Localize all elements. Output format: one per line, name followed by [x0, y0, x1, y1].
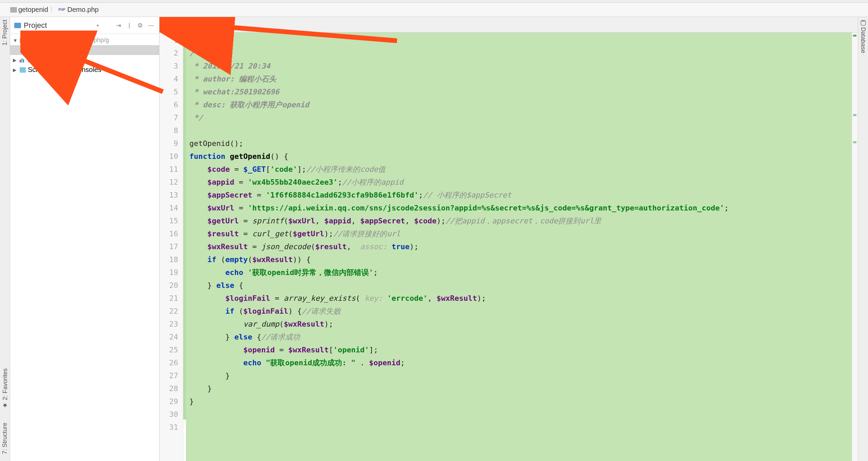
code-editor[interactable]: <?php /** * 2019/9/21 20:34 * author: 编程…: [186, 33, 852, 461]
project-panel: Project ▾ ⇥ | ⚙ — ▼ getopenid ~/Desktop/…: [10, 17, 159, 461]
breadcrumb: getopenid 〉 PHP Demo.php: [0, 3, 868, 17]
project-tree: ▼ getopenid ~/Desktop/php/g PHP Demo.php…: [10, 34, 159, 461]
tool-project-tab[interactable]: 1: Project: [1, 20, 8, 45]
divider-icon: |: [125, 21, 133, 30]
tab-demo-php[interactable]: PHP Demo.php ×: [159, 17, 218, 33]
tree-external-libs[interactable]: ▶ External Libraries: [10, 55, 159, 65]
collapse-icon[interactable]: ⇥: [114, 21, 122, 30]
change-marker-bar: [183, 33, 186, 461]
breadcrumb-root[interactable]: getopenid: [18, 6, 48, 14]
libraries-icon: [20, 58, 26, 62]
breadcrumb-separator: 〉: [50, 5, 56, 14]
folder-icon: [10, 7, 17, 13]
top-toolbar-strip: [0, 0, 868, 3]
tree-scratches-label: Scratches and Consoles: [28, 66, 101, 74]
tree-scratches[interactable]: ▶ Scratches and Consoles: [10, 65, 159, 75]
tree-root-path: ~/Desktop/php/g: [64, 37, 109, 44]
project-panel-title[interactable]: Project: [24, 21, 94, 30]
scratch-icon: [20, 67, 26, 73]
folder-icon: [14, 23, 21, 28]
tree-file-label: Demo.php: [40, 46, 71, 54]
tab-label: Demo.php: [175, 20, 206, 28]
database-icon: [860, 20, 866, 26]
tool-database-tab[interactable]: Database: [860, 27, 867, 53]
gear-icon[interactable]: ⚙: [136, 21, 144, 30]
breadcrumb-file[interactable]: Demo.php: [67, 6, 98, 14]
tree-external-libs-label: External Libraries: [28, 56, 81, 64]
close-icon[interactable]: ×: [209, 21, 212, 27]
php-icon: PHP: [165, 22, 172, 26]
php-icon: PHP: [31, 48, 38, 52]
tree-root[interactable]: ▼ getopenid ~/Desktop/php/g: [10, 35, 159, 45]
chevron-right-icon[interactable]: ▶: [13, 67, 18, 73]
hide-icon[interactable]: —: [147, 21, 155, 30]
folder-icon: [20, 38, 26, 43]
editor-area: PHP Demo.php × 1234567891011121314151617…: [159, 17, 858, 461]
tool-structure-tab[interactable]: 7: Structure: [1, 423, 8, 454]
error-stripe[interactable]: [852, 33, 858, 461]
svg-point-2: [861, 20, 866, 22]
tab-bar: PHP Demo.php ×: [159, 17, 858, 33]
chevron-right-icon[interactable]: ▶: [13, 57, 18, 63]
project-panel-header: Project ▾ ⇥ | ⚙ —: [10, 17, 159, 34]
tree-file-demo[interactable]: PHP Demo.php: [10, 45, 159, 55]
left-tool-strip: 1: Project ★ 2: Favorites 7: Structure: [0, 17, 10, 461]
tree-root-name: getopenid: [29, 36, 61, 44]
right-tool-strip: Database: [858, 17, 868, 461]
tool-favorites-tab[interactable]: ★ 2: Favorites: [1, 368, 9, 409]
line-number-gutter: 1234567891011121314151617181920212223242…: [159, 33, 183, 461]
php-icon: PHP: [58, 7, 66, 12]
chevron-down-icon[interactable]: ▼: [13, 38, 18, 43]
chevron-down-icon[interactable]: ▾: [97, 23, 99, 28]
